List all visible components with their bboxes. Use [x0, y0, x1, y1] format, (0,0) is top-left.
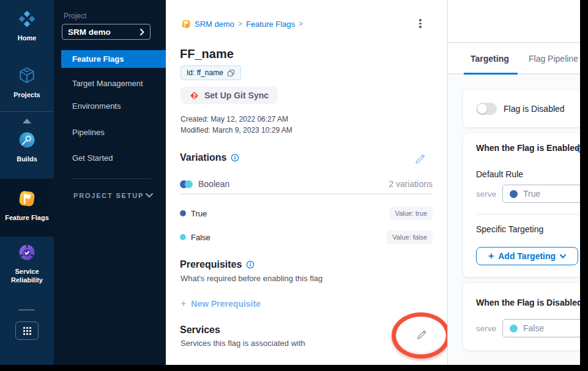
modified-timestamp: Modified: March 9, 2023 10:29 AM	[180, 126, 292, 134]
plus-icon: +	[488, 251, 494, 262]
sidebar-item-get-started[interactable]: Get Started	[54, 149, 166, 167]
panel-content: Flag is Disabled When the Flag is Enable…	[448, 75, 580, 365]
project-selector[interactable]: SRM demo	[62, 24, 151, 40]
specific-targeting-label: Specific Targeting	[476, 224, 543, 234]
variation-count: 2 variations	[389, 179, 433, 189]
project-section-label: Project	[64, 12, 86, 20]
chevron-down-icon	[560, 254, 566, 259]
git-icon	[190, 91, 199, 100]
disabled-card-heading: When the Flag is Disabled	[476, 298, 580, 307]
variation-row-false: False Value: false	[180, 230, 433, 244]
project-sidebar: Project SRM demo Feature Flags Target Ma…	[54, 0, 166, 365]
project-selector-value: SRM demo	[68, 28, 140, 37]
breadcrumb-separator: >	[299, 20, 303, 28]
sidebar-item-environments[interactable]: Environments	[54, 97, 166, 115]
breadcrumb-project-link[interactable]: SRM demo	[195, 20, 234, 29]
all-modules-button[interactable]	[15, 321, 39, 340]
variations-divider	[180, 194, 433, 194]
info-icon[interactable]	[246, 260, 255, 269]
services-heading: Services	[180, 325, 220, 336]
sidebar-item-feature-flags[interactable]: Feature Flags	[61, 50, 166, 68]
info-icon[interactable]	[577, 145, 580, 153]
service-reliability-icon	[18, 243, 36, 264]
tab-flag-pipeline[interactable]: Flag Pipeline	[529, 54, 578, 64]
app-window: Home Projects	[0, 0, 580, 365]
true-variation-dot	[180, 210, 186, 216]
main-content: SRM demo > Feature Flags > FF_name Id: f…	[166, 0, 447, 365]
flag-enabled-card: When the Flag is Enabled Default Rule se…	[463, 133, 580, 277]
setup-git-sync-button[interactable]: Set Up Git Sync	[180, 87, 278, 104]
card-divider	[476, 214, 580, 215]
variation-name: False	[191, 233, 387, 242]
false-variation-dot	[180, 234, 186, 240]
rail-label: Home	[0, 34, 54, 42]
rail-label: Builds	[0, 155, 54, 163]
true-variation-dot	[510, 190, 518, 198]
collapse-caret-icon[interactable]	[23, 119, 31, 123]
grid-icon	[23, 327, 31, 335]
red-highlight-annotation	[392, 312, 450, 359]
serve-value: True	[523, 189, 540, 199]
info-icon[interactable]	[231, 153, 239, 162]
rail-item-projects[interactable]: Projects	[0, 65, 54, 99]
rail-label: Projects	[0, 90, 54, 99]
module-rail: Home Projects	[0, 0, 54, 365]
breadcrumb: SRM demo > Feature Flags >	[181, 19, 303, 29]
rail-divider	[0, 111, 54, 112]
rail-label: Service Reliability	[0, 267, 54, 284]
active-tab-underline	[464, 73, 518, 75]
rail-item-feature-flags[interactable]: Feature Flags	[0, 189, 54, 222]
flag-title: FF_name	[180, 47, 234, 61]
serve-variation-dropdown[interactable]: False	[502, 319, 580, 337]
add-targeting-button[interactable]: + Add Targeting	[476, 247, 578, 265]
false-variation-dot	[510, 325, 518, 332]
variation-type-label: Boolean	[198, 179, 389, 189]
variation-row-true: True Value: true	[180, 207, 433, 220]
chevron-right-icon	[140, 29, 144, 35]
created-timestamp: Created: May 12, 2022 06:27 AM	[180, 115, 288, 123]
feature-flags-icon	[18, 189, 36, 210]
breadcrumb-separator: >	[238, 20, 242, 28]
serve-variation-dropdown[interactable]: True	[502, 185, 580, 203]
builds-icon	[18, 131, 36, 152]
flag-disabled-card: When the Flag is Disabled serve False	[463, 283, 580, 350]
rail-divider-short	[18, 309, 35, 310]
copy-icon[interactable]	[227, 69, 235, 77]
prerequisites-description: What's required before enabling this fla…	[180, 274, 322, 283]
rail-item-service-reliability[interactable]: Service Reliability	[0, 243, 54, 284]
prerequisites-heading: Prerequisites	[180, 259, 255, 270]
default-rule-label: Default Rule	[476, 169, 523, 179]
flag-state-card: Flag is Disabled	[463, 90, 580, 127]
serve-value: False	[523, 323, 544, 333]
panel-tabbar: Targeting Flag Pipeline	[448, 43, 580, 75]
projects-cube-icon	[17, 65, 37, 87]
chevron-down-icon	[146, 193, 153, 198]
breadcrumb-section-link[interactable]: Feature Flags	[246, 20, 295, 29]
variations-heading: Variations	[180, 152, 239, 163]
flag-id-badge: Id: ff_name	[180, 65, 241, 80]
sidebar-divider	[72, 178, 151, 179]
variation-name: True	[191, 209, 390, 218]
panel-header	[448, 0, 580, 43]
boolean-type-icon	[180, 180, 193, 188]
services-description: Services this flag is associated with	[180, 339, 305, 348]
home-icon	[18, 10, 36, 31]
flag-enabled-toggle[interactable]	[476, 103, 497, 115]
details-panel: Targeting Flag Pipeline Flag is Disabled…	[447, 0, 580, 365]
rail-item-home[interactable]: Home	[0, 10, 54, 42]
variation-value-badge: Value: true	[390, 207, 433, 220]
enabled-card-heading: When the Flag is Enabled	[476, 143, 580, 153]
rail-label: Feature Flags	[0, 213, 54, 222]
project-setup-section[interactable]: PROJECT SETUP	[73, 192, 153, 199]
variations-edit-pencil-icon[interactable]	[414, 153, 426, 167]
tab-targeting[interactable]: Targeting	[471, 54, 509, 64]
serve-label: serve	[476, 324, 496, 333]
variation-value-badge: Value: false	[387, 230, 433, 244]
rail-item-builds[interactable]: Builds	[0, 131, 54, 163]
new-prerequisite-button[interactable]: + New Prerequisite	[180, 298, 261, 309]
more-options-kebab-icon[interactable]	[416, 19, 425, 31]
flag-state-label: Flag is Disabled	[504, 104, 565, 114]
sidebar-item-target-management[interactable]: Target Management	[54, 75, 166, 92]
variation-type-row: Boolean 2 variations	[180, 178, 433, 189]
sidebar-item-pipelines[interactable]: Pipelines	[54, 123, 166, 141]
